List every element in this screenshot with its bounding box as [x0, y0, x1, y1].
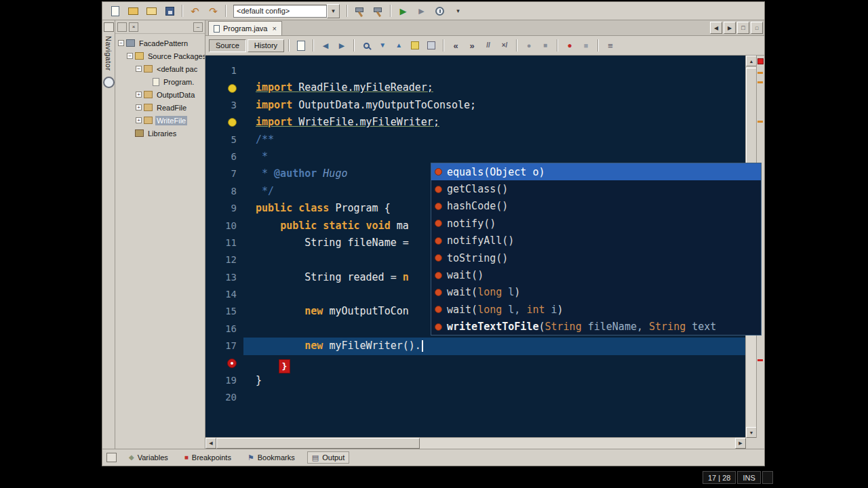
find-previous-button[interactable]: ▼ — [375, 39, 390, 52]
tree-item-source-packages[interactable]: −Source Packages — [115, 49, 205, 62]
bulb-gutter-icon[interactable] — [205, 114, 243, 131]
dock-icon[interactable] — [117, 22, 127, 32]
profile-more-button[interactable]: ▾ — [449, 3, 467, 19]
expand-icon[interactable]: + — [136, 92, 142, 98]
scroll-left-button[interactable]: ◀ — [710, 22, 722, 34]
save-all-button[interactable] — [161, 3, 179, 19]
bottom-tab-variables[interactable]: ◆Variables — [125, 452, 172, 463]
tree-item-writefile[interactable]: +WriteFile — [115, 114, 205, 127]
completion-item[interactable]: writeTextToFile(String fileName, String … — [431, 319, 761, 336]
horizontal-scrollbar[interactable]: ◀ ▶ — [205, 437, 746, 449]
expand-icon[interactable]: + — [136, 117, 142, 123]
completion-item[interactable]: hashCode() — [431, 198, 761, 215]
select-in-button[interactable] — [424, 39, 439, 52]
horizontal-scroll-thumb[interactable] — [216, 438, 420, 449]
tree-item-outputdata[interactable]: +OutputData — [115, 88, 205, 101]
collapse-icon[interactable]: − — [136, 66, 142, 72]
close-panel-icon[interactable]: × — [129, 22, 138, 32]
completion-item[interactable]: wait(long l, int i) — [431, 301, 761, 318]
record-macro-button[interactable]: ● — [521, 39, 536, 52]
dock-window-icon[interactable] — [106, 453, 117, 462]
minimize-panel-icon[interactable]: – — [193, 22, 203, 32]
run-button[interactable]: ▶ — [394, 3, 412, 19]
stop-macro-button[interactable]: ■ — [538, 39, 553, 52]
new-file-button[interactable] — [106, 3, 124, 19]
last-edit-button[interactable] — [294, 39, 309, 52]
completion-item[interactable]: notifyAll() — [431, 232, 761, 249]
warning-mark[interactable] — [757, 81, 763, 83]
scroll-right-button[interactable]: ▶ — [724, 22, 736, 34]
profile-button[interactable] — [431, 3, 449, 19]
tree-item-default-pac[interactable]: −<default pac — [115, 62, 205, 75]
completion-item[interactable]: wait() — [431, 266, 761, 283]
error-box-mark[interactable] — [757, 58, 764, 64]
completion-item[interactable]: notify() — [431, 215, 761, 232]
code-line[interactable]: 19} — [205, 372, 746, 389]
find-next-button[interactable]: ▲ — [391, 39, 406, 52]
close-tab-icon[interactable]: × — [272, 24, 276, 33]
collapse-icon[interactable]: − — [118, 40, 124, 46]
stop-cursor-button[interactable]: ■ — [578, 39, 593, 52]
new-project-button[interactable] — [124, 3, 142, 19]
chevron-down-icon[interactable]: ▼ — [327, 4, 340, 18]
scroll-down-icon[interactable]: ▼ — [746, 427, 757, 438]
code-line[interactable]: 1 — [205, 62, 746, 79]
breakpoint-button[interactable]: ● — [562, 39, 577, 52]
uncomment-button[interactable]: ×/ — [497, 39, 512, 52]
bottom-tab-breakpoints[interactable]: ■Breakpoints — [180, 452, 235, 463]
insert-mode-cell[interactable]: INS — [737, 471, 760, 484]
tree-item-libraries[interactable]: Libraries — [115, 127, 205, 140]
navigator-label[interactable]: Navigator — [104, 36, 113, 71]
redo-button[interactable]: ↷ — [204, 3, 222, 19]
scroll-up-icon[interactable]: ▲ — [746, 56, 757, 66]
scroll-left-icon[interactable]: ◀ — [205, 438, 216, 449]
completion-item[interactable]: equals(Object o) — [431, 163, 761, 180]
bottom-tab-bookmarks[interactable]: ⚑Bookmarks — [243, 452, 299, 463]
code-line[interactable]: 5/** — [205, 131, 746, 148]
code-line[interactable]: 20 — [205, 389, 746, 406]
warning-mark[interactable] — [757, 121, 763, 123]
tree-item-program[interactable]: Program. — [115, 75, 205, 88]
debug-button[interactable]: ▶ — [412, 3, 431, 19]
scroll-right-icon[interactable]: ▶ — [735, 438, 746, 449]
open-project-button[interactable] — [142, 3, 161, 19]
find-button[interactable] — [359, 39, 374, 52]
tree-item-facadepattern[interactable]: −FacadePattern — [115, 37, 205, 49]
reformat-icon: ≡ — [608, 41, 613, 50]
forward-button[interactable]: ▶ — [334, 39, 349, 52]
completion-item[interactable]: toString() — [431, 249, 761, 266]
shift-right-button[interactable]: » — [465, 39, 479, 52]
dock-window-icon[interactable] — [104, 22, 114, 32]
code-line[interactable]: import ReadFile.myFileReader; — [205, 79, 746, 96]
float-button[interactable]: □ — [751, 22, 763, 34]
tree-item-readfile[interactable]: +ReadFile — [115, 101, 205, 114]
bottom-tab-output[interactable]: ▤Output — [307, 451, 349, 464]
error-mark[interactable] — [757, 359, 763, 361]
error-gutter-icon[interactable] — [205, 355, 243, 372]
config-dropdown[interactable]: <default config> ▼ — [233, 4, 340, 18]
highlight-button[interactable] — [408, 39, 422, 52]
completion-item[interactable]: getClass() — [431, 180, 761, 197]
maximize-button[interactable]: □ — [737, 22, 749, 34]
undo-button[interactable]: ↶ — [186, 3, 204, 19]
expand-icon[interactable]: + — [136, 104, 142, 110]
completion-item[interactable]: wait(long l) — [431, 284, 761, 301]
line-column-cell[interactable]: 17 | 28 — [703, 471, 736, 484]
history-view-button[interactable]: History — [248, 39, 284, 52]
comment-button[interactable]: // — [481, 39, 496, 52]
warning-mark[interactable] — [757, 72, 763, 74]
back-button[interactable]: ◀ — [318, 39, 333, 52]
code-line[interactable]: 3import OutputData.myOutputToConsole; — [205, 97, 746, 114]
tab-program-java[interactable]: Program.java × — [208, 21, 282, 35]
source-view-button[interactable]: Source — [209, 39, 246, 52]
code-line[interactable]: 17 new myFileWriter(). — [205, 338, 746, 354]
code-line[interactable]: import WriteFile.myFileWriter; — [205, 114, 746, 131]
collapse-icon[interactable]: − — [127, 53, 133, 59]
clean-build-button[interactable] — [369, 3, 387, 19]
shift-left-button[interactable]: « — [448, 39, 463, 52]
bulb-gutter-icon[interactable] — [205, 79, 243, 96]
config-dropdown-value[interactable]: <default config> — [233, 5, 327, 18]
reformat-button[interactable]: ≡ — [603, 39, 618, 52]
build-button[interactable] — [351, 3, 369, 19]
navigator-minimized-strip[interactable]: Navigator — [102, 20, 115, 449]
